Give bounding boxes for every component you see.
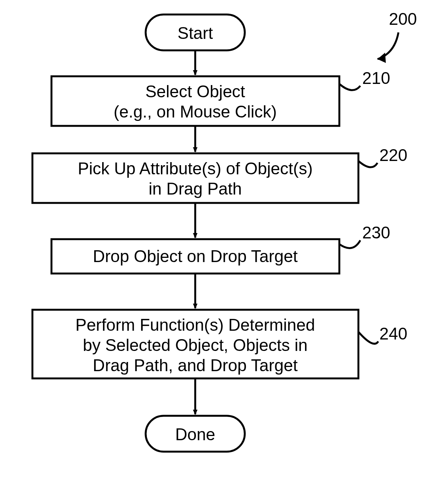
leader (339, 84, 360, 90)
start-terminator: Start (146, 14, 245, 50)
leader (358, 161, 377, 167)
start-text: Start (178, 24, 213, 42)
step-220-line1: Pick Up Attribute(s) of Object(s) (78, 159, 313, 178)
leader (339, 240, 360, 248)
step-240-line3: Drag Path, and Drop Target (93, 356, 297, 375)
figure-label-text: 200 (389, 10, 417, 28)
step-240: Perform Function(s) Determined by Select… (32, 310, 407, 378)
done-text: Done (175, 425, 215, 444)
step-210-line1: Select Object (145, 82, 245, 101)
step-230-line1: Drop Object on Drop Target (93, 247, 297, 265)
step-220: Pick Up Attribute(s) of Object(s) in Dra… (32, 146, 407, 203)
step-210-line2: (e.g., on Mouse Click) (114, 102, 277, 121)
step-240-ref: 240 (379, 324, 407, 343)
step-240-line1: Perform Function(s) Determined (75, 315, 315, 334)
step-230-ref: 230 (362, 223, 390, 242)
step-240-line2: by Selected Object, Objects in (83, 336, 307, 354)
figure-label: 200 (377, 10, 417, 63)
step-210-ref: 210 (362, 69, 390, 87)
step-230: Drop Object on Drop Target 230 (51, 223, 390, 274)
step-220-line2: in Drag Path (149, 179, 242, 198)
flowchart-diagram: 200 Start Select Object (e.g., on Mouse … (0, 0, 448, 502)
leader (358, 332, 378, 344)
step-220-ref: 220 (379, 146, 407, 164)
step-210: Select Object (e.g., on Mouse Click) 210 (51, 69, 390, 126)
done-terminator: Done (146, 416, 245, 452)
